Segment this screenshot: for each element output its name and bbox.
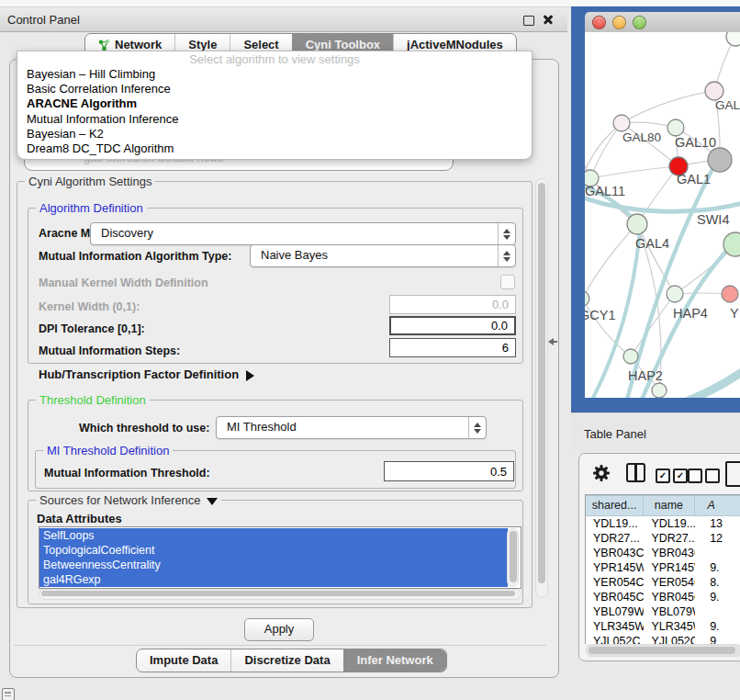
cell-name[interactable]: YBR043C bbox=[644, 546, 695, 560]
network-edge-thick[interactable] bbox=[673, 370, 740, 398]
list-horizontal-scroll-thumb[interactable] bbox=[41, 591, 515, 596]
table-row[interactable]: YDR27... YDR27... 12 bbox=[586, 531, 740, 546]
close-panel-icon[interactable] bbox=[543, 14, 554, 25]
select-all-columns-icon[interactable]: ✓✓ bbox=[656, 469, 688, 483]
table-row[interactable]: YPR145W YPR145W 9. bbox=[586, 560, 740, 575]
cell-name[interactable]: YDR27... bbox=[644, 531, 695, 546]
network-node-gal-partial[interactable] bbox=[705, 82, 723, 100]
kernel-width-input[interactable]: 0.0 bbox=[389, 295, 516, 314]
tab-infer-network[interactable]: Infer Network bbox=[343, 649, 446, 672]
list-item-selected[interactable]: gal4RGexp bbox=[39, 572, 508, 587]
hub-definition-toggle[interactable]: Hub/Transcription Factor Definition bbox=[39, 367, 254, 381]
cell-shared-name[interactable]: YDL19... bbox=[586, 516, 644, 531]
network-edge[interactable] bbox=[585, 224, 637, 299]
data-attributes-list[interactable]: SelfLoops TopologicalCoefficient Between… bbox=[39, 526, 521, 589]
cell-shared-name[interactable]: YER054C bbox=[586, 575, 644, 590]
cell-shared-name[interactable]: YPR145W bbox=[586, 560, 644, 575]
network-edge[interactable] bbox=[590, 166, 678, 178]
network-edge[interactable] bbox=[622, 91, 714, 123]
apply-button[interactable]: Apply bbox=[244, 618, 314, 641]
network-canvas[interactable]: GAL GAL80 GAL10 GAL1 GAL11 GAL4 SWI4 HAP… bbox=[585, 32, 740, 398]
float-window-icon[interactable] bbox=[523, 16, 534, 26]
cell-name[interactable]: YBL079W bbox=[644, 604, 695, 619]
cell-shared-name[interactable]: YBR045C bbox=[586, 590, 644, 604]
network-node[interactable] bbox=[726, 32, 740, 46]
algorithm-option[interactable]: Bayesian – Hill Climbing bbox=[17, 67, 532, 82]
gear-icon[interactable] bbox=[592, 464, 611, 482]
network-edge[interactable] bbox=[631, 294, 675, 356]
minimized-panel-icon[interactable] bbox=[2, 688, 15, 700]
table-row[interactable]: YLR345W YLR345W 9. bbox=[586, 619, 740, 634]
cell-name[interactable]: YLR345W bbox=[644, 619, 695, 634]
cell-value[interactable] bbox=[695, 604, 740, 619]
list-vertical-scrollbar[interactable] bbox=[507, 528, 519, 587]
cell-value[interactable]: 12 bbox=[695, 531, 740, 546]
network-node-gal10[interactable] bbox=[667, 119, 684, 136]
sources-legend[interactable]: Sources for Network Inference bbox=[36, 493, 221, 507]
tab-impute-data[interactable]: Impute Data bbox=[137, 649, 230, 672]
cell-shared-name[interactable]: YDR27... bbox=[586, 531, 644, 546]
algorithm-option[interactable]: Mutual Information Inference bbox=[17, 112, 532, 127]
cell-shared-name[interactable]: YJL052C bbox=[586, 634, 644, 644]
close-window-icon[interactable] bbox=[592, 16, 606, 29]
dpi-tolerance-input[interactable]: 0.0 bbox=[389, 316, 516, 335]
network-node-hap2[interactable] bbox=[623, 349, 638, 364]
network-node-gcy1[interactable] bbox=[585, 291, 589, 306]
mi-steps-input[interactable]: 6 bbox=[389, 338, 516, 357]
mi-algorithm-type-select[interactable]: Naive Bayes bbox=[250, 244, 516, 267]
list-item-selected[interactable]: BetweennessCentrality bbox=[39, 558, 508, 572]
algorithm-option[interactable]: Bayesian – K2 bbox=[17, 127, 532, 141]
table-horizontal-scroll-thumb[interactable] bbox=[589, 647, 735, 654]
list-item-selected[interactable]: SelfLoops bbox=[39, 528, 508, 543]
settings-vertical-scrollbar[interactable] bbox=[535, 178, 548, 598]
cell-name[interactable]: YJL052C bbox=[644, 634, 695, 644]
cell-name[interactable]: YBR045C bbox=[644, 590, 695, 604]
cell-value[interactable]: 8. bbox=[695, 575, 740, 590]
algorithm-option[interactable]: Dream8 DC_TDC Algorithm bbox=[17, 141, 532, 156]
column-header-name[interactable]: name bbox=[644, 495, 694, 516]
new-table-icon[interactable] bbox=[725, 461, 740, 487]
cell-value[interactable]: 9. bbox=[695, 560, 740, 575]
algorithm-option[interactable]: Basic Correlation Inference bbox=[17, 82, 532, 96]
cell-name[interactable]: YPR145W bbox=[644, 560, 695, 575]
table-row[interactable]: YJL052C YJL052C 9 bbox=[586, 634, 740, 644]
network-node[interactable] bbox=[652, 383, 667, 398]
minimize-window-icon[interactable] bbox=[612, 16, 626, 29]
table-row[interactable]: YBR043C YBR043C bbox=[586, 546, 740, 560]
cell-shared-name[interactable]: YBL079W bbox=[586, 604, 644, 619]
list-horizontal-scrollbar[interactable] bbox=[39, 589, 521, 600]
table-horizontal-scrollbar[interactable] bbox=[586, 644, 740, 657]
network-edge[interactable] bbox=[637, 224, 675, 294]
network-node-salmon[interactable] bbox=[722, 286, 738, 302]
which-threshold-select[interactable]: MI Threshold bbox=[216, 416, 487, 439]
list-vertical-scroll-thumb[interactable] bbox=[510, 531, 517, 582]
table-row[interactable]: YDL19... YDL19... 13 bbox=[586, 516, 740, 531]
show-columns-icon[interactable] bbox=[626, 463, 645, 482]
cell-shared-name[interactable]: YBR043C bbox=[586, 546, 644, 560]
table-row[interactable]: YBR045C YBR045C 9. bbox=[586, 590, 740, 604]
table-row[interactable]: YER054C YER054C 8. bbox=[586, 575, 740, 590]
list-item-selected[interactable]: TopologicalCoefficient bbox=[39, 543, 508, 558]
cell-value[interactable]: 13 bbox=[695, 516, 740, 531]
column-header-partial[interactable]: A bbox=[695, 495, 740, 516]
mi-threshold-input[interactable]: 0.5 bbox=[384, 461, 514, 481]
network-edge[interactable] bbox=[590, 123, 622, 178]
cell-shared-name[interactable]: YLR345W bbox=[586, 619, 644, 634]
cell-value[interactable] bbox=[695, 546, 740, 560]
algorithm-option-selected[interactable]: ARACNE Algorithm bbox=[17, 96, 532, 111]
aracne-mode-select[interactable]: Discovery bbox=[90, 222, 516, 245]
deselect-all-columns-icon[interactable] bbox=[688, 469, 720, 483]
network-node-hub[interactable] bbox=[708, 148, 732, 172]
network-node-hap4[interactable] bbox=[667, 286, 683, 302]
zoom-window-icon[interactable] bbox=[633, 16, 646, 29]
cell-value[interactable]: 9 bbox=[695, 634, 740, 644]
tab-discretize-data[interactable]: Discretize Data bbox=[230, 649, 342, 672]
cell-value[interactable]: 9. bbox=[695, 590, 740, 604]
manual-kernel-width-checkbox[interactable] bbox=[500, 275, 515, 289]
cell-name[interactable]: YER054C bbox=[644, 575, 695, 590]
settings-vertical-scroll-thumb[interactable] bbox=[538, 183, 545, 583]
column-header-shared-name[interactable]: shared... bbox=[586, 495, 644, 516]
network-window-titlebar[interactable] bbox=[585, 12, 740, 33]
table-row[interactable]: YBL079W YBL079W bbox=[586, 604, 740, 619]
network-node-gal80[interactable] bbox=[613, 115, 630, 131]
